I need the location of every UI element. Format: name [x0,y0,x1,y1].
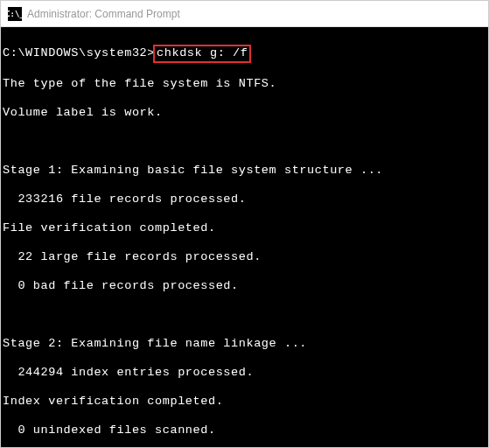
output-line: Volume label is work. [3,106,486,120]
output-line: The type of the file system is NTFS. [3,77,486,91]
output-line: 22 large file records processed. [3,250,486,264]
output-line: Stage 2: Examining file name linkage ... [3,337,486,351]
command-prompt-window: C:\_ Administrator: Command Prompt C:\WI… [0,0,489,448]
output-line: 0 unindexed files scanned. [3,424,486,438]
output-line: Index verification completed. [3,395,486,409]
output-line: 244294 index entries processed. [3,366,486,380]
output-blank [3,308,486,322]
window-title: Administrator: Command Prompt [27,8,180,20]
title-bar[interactable]: C:\_ Administrator: Command Prompt [1,1,488,27]
highlighted-command: chkdsk g: /f [153,45,251,62]
prompt-line: C:\WINDOWS\system32>chkdsk g: /f [3,46,251,60]
output-line: File verification completed. [3,221,486,235]
terminal-output[interactable]: C:\WINDOWS\system32>chkdsk g: /f The typ… [1,27,488,447]
cmd-icon: C:\_ [8,7,22,21]
output-blank [3,135,486,149]
prompt-path: C:\WINDOWS\system32> [3,46,155,60]
output-line: Stage 1: Examining basic file system str… [3,164,486,178]
output-line: 233216 file records processed. [3,192,486,206]
output-line: 0 bad file records processed. [3,279,486,293]
